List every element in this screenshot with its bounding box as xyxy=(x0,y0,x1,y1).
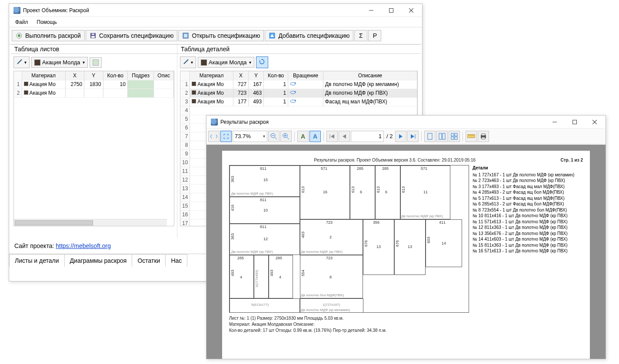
view-two-icon[interactable] xyxy=(436,131,448,142)
svg-rect-41 xyxy=(443,133,445,139)
doc-area[interactable]: Результаты раскроя. Проект Объемник верс… xyxy=(206,145,606,359)
next-page-button[interactable] xyxy=(395,131,406,142)
view-grid-icon[interactable] xyxy=(449,131,460,142)
table-row[interactable]: 4 xyxy=(180,106,417,115)
sheet-material-combo[interactable]: Акация Молда ▾ xyxy=(31,57,88,68)
first-page-button[interactable] xyxy=(326,131,338,142)
svg-rect-45 xyxy=(455,137,457,139)
menu-help[interactable]: Помощь xyxy=(33,18,61,26)
maximize-button[interactable] xyxy=(565,116,585,129)
svg-marker-15 xyxy=(261,59,263,60)
run-icon xyxy=(16,32,23,39)
p-button[interactable]: Р xyxy=(368,30,381,41)
part-material-combo[interactable]: Акация Молда ▾ xyxy=(198,57,254,68)
open-spec-button[interactable]: Открыть спецификацию xyxy=(178,30,264,41)
add-spec-button[interactable]: Добавить спецификацию xyxy=(265,30,353,41)
tab-diagrams[interactable]: Диаграммы раскроя xyxy=(64,254,133,267)
results-toolbar: 73.7% ▾ A A 1 / 2 xyxy=(206,129,606,144)
svg-rect-44 xyxy=(451,137,454,139)
svg-line-13 xyxy=(17,60,22,64)
toolbar: Выполнить раскрой Сохранить спецификацию… xyxy=(9,27,422,44)
list-item: № 15 811x363 - 1 шт Дв полотно МДФ (кр П… xyxy=(473,242,583,248)
svg-rect-40 xyxy=(439,133,442,139)
tab-settings[interactable]: Нас xyxy=(165,254,187,267)
menubar: Файл Помощь xyxy=(9,17,422,27)
material-swatch-icon xyxy=(201,60,207,66)
color-swatch-icon xyxy=(93,60,99,66)
ruler-icon[interactable] xyxy=(466,131,477,142)
fit-page-button[interactable] xyxy=(220,131,232,142)
list-item: № 3 177x493 - 1 шт Фасад ящ мал МДФ(ПВХ) xyxy=(473,184,583,190)
text-a-button[interactable]: A xyxy=(297,131,309,142)
svg-rect-23 xyxy=(573,120,577,124)
view-single-icon[interactable] xyxy=(424,131,436,142)
sheet-info: Лист №: 1 (1) Размер: 2750x1830 мм Площа… xyxy=(229,315,583,334)
list-item: № 11 571x613 - 1 шт Дв полотно МДФ (кр П… xyxy=(473,219,583,225)
zoom-out-button[interactable] xyxy=(268,131,280,142)
add-spec-label: Добавить спецификацию xyxy=(278,32,349,39)
tab-leftovers[interactable]: Остатки xyxy=(132,254,166,267)
info-line: Кол-во деталей: 17 шт Отходы: 0.99 кв.м.… xyxy=(229,328,583,334)
add-icon xyxy=(269,32,276,39)
svg-line-30 xyxy=(287,137,289,139)
table-row[interactable]: 3Акация Мо1774931Фасад ящ мал МДФ(ПВХ) xyxy=(180,97,417,106)
svg-marker-34 xyxy=(331,134,334,139)
list-item: № 6 285x613 - 2 шт Фасад ящ бол МДФ(ПВХ) xyxy=(473,201,583,207)
doc-header: Результаты раскроя. Проект Объемник верс… xyxy=(229,158,560,162)
menu-file[interactable]: Файл xyxy=(11,18,33,26)
zoom-in-button[interactable] xyxy=(280,131,292,142)
fit-width-button[interactable] xyxy=(208,131,220,142)
pencil-icon xyxy=(17,59,23,66)
app-icon xyxy=(13,7,20,14)
sigma-button[interactable]: Σ xyxy=(354,30,367,41)
sheet-grid[interactable]: Материал X Y Кол-во Подрез Опис 1Акация … xyxy=(13,71,174,226)
print-icon[interactable] xyxy=(478,131,489,142)
zoom-combo[interactable]: 73.7% ▾ xyxy=(233,131,267,142)
sheet-color-button[interactable] xyxy=(90,57,102,68)
run-button-label: Выполнить раскрой xyxy=(25,32,81,39)
edit-sheet-button[interactable]: ▾ xyxy=(13,56,30,68)
doc-page: Результаты раскроя. Проект Объемник верс… xyxy=(222,151,590,359)
svg-rect-43 xyxy=(455,133,457,136)
page-total: / 2 xyxy=(385,133,394,139)
table-row[interactable]: 1Акация Мо2750183010 xyxy=(14,80,174,89)
site-link[interactable]: https://mebelsoft.org xyxy=(56,242,111,249)
save-spec-button[interactable]: Сохранить спецификацию xyxy=(86,30,178,41)
text-a-active-button[interactable]: A xyxy=(310,131,321,142)
info-line: Материал: Акация Молдавская Описание: xyxy=(229,321,583,328)
table-row[interactable]: 2Акация Мо xyxy=(14,89,174,97)
info-line: Лист №: 1 (1) Размер: 2750x1830 мм Площа… xyxy=(229,315,583,321)
svg-rect-42 xyxy=(451,133,454,136)
prev-page-button[interactable] xyxy=(339,131,350,142)
svg-marker-35 xyxy=(343,134,346,139)
tab-sheets[interactable]: Листы и детали xyxy=(9,254,65,267)
refresh-icon xyxy=(259,59,265,66)
sheet-hscrollbar[interactable] xyxy=(14,219,167,226)
close-button[interactable] xyxy=(585,116,605,129)
edit-part-button[interactable]: ▾ xyxy=(180,56,196,68)
list-item: № 16 571x613 - 1 шт Дв полотно МДФ (кр П… xyxy=(473,248,583,254)
list-item: № 5 177x613 - 1 шт Фасад ящ мал МДФ(ПВХ) xyxy=(473,195,583,202)
close-button[interactable] xyxy=(401,4,421,17)
minimize-button[interactable] xyxy=(545,116,565,129)
svg-point-5 xyxy=(18,34,20,37)
minimize-button[interactable] xyxy=(361,4,381,17)
page-number-input[interactable]: 1 xyxy=(351,131,384,142)
sheet-panel-title: Таблица листов xyxy=(11,44,177,54)
cutting-layout-diagram: 811 363 15 Дв полотно МДФ (кр ПВХ) 811 4… xyxy=(229,165,469,313)
main-window-titlebar: Проект Объемник: Раскрой xyxy=(9,4,422,17)
list-item: № 2 723x463 - 1 шт Дв полотно МДФ (кр ПВ… xyxy=(473,178,583,184)
svg-line-14 xyxy=(184,60,188,64)
svg-line-27 xyxy=(275,137,277,139)
table-row[interactable]: 2Акация Мо7234631Дв полотно МДФ (кр ПВХ) xyxy=(180,89,417,97)
refresh-button[interactable] xyxy=(256,56,268,68)
maximize-button[interactable] xyxy=(381,4,401,17)
app-icon xyxy=(211,119,218,126)
list-item: № 1 727x167 - 1 шт Дв полотно МДФ (кр ме… xyxy=(473,172,583,178)
table-row[interactable]: 1Акация Мо7271671Дв полотно МДФ (кр мела… xyxy=(180,80,417,89)
open-spec-label: Открыть спецификацию xyxy=(192,32,260,39)
svg-rect-8 xyxy=(92,33,94,35)
run-button[interactable]: Выполнить раскрой xyxy=(12,30,85,41)
list-item: № 10 811x416 - 1 шт Дв полотно МДФ (кр П… xyxy=(473,213,583,219)
last-page-button[interactable] xyxy=(407,131,419,142)
